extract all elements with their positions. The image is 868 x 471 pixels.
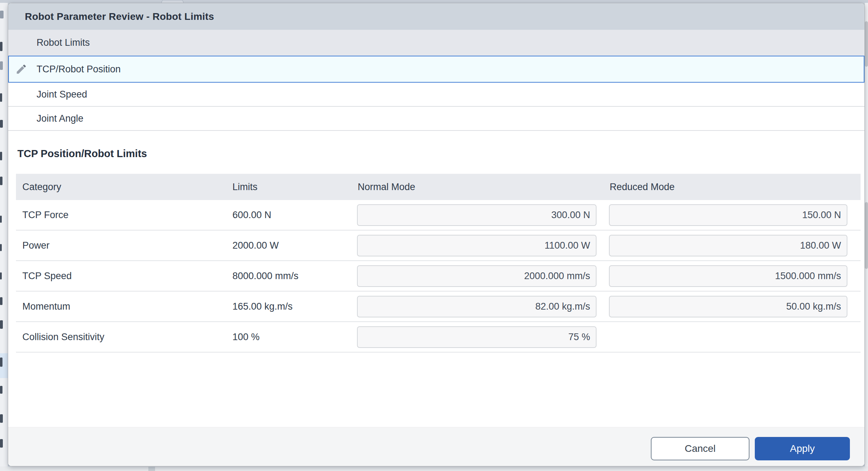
header-limits: Limits [232, 174, 258, 200]
background-left-strip [0, 3, 8, 466]
background-fragment [0, 11, 4, 18]
normal-mode-input[interactable] [357, 265, 597, 287]
robot-parameter-dialog: Robot Parameter Review - Robot Limits Ro… [8, 3, 865, 466]
dialog-titlebar: Robot Parameter Review - Robot Limits [8, 3, 864, 30]
reduced-mode-input[interactable] [609, 204, 847, 226]
section-title: TCP Position/Robot Limits [17, 148, 147, 160]
limits-table: Category Limits Normal Mode Reduced Mode… [16, 174, 861, 353]
nav-item-robot-limits[interactable]: Robot Limits [8, 30, 864, 56]
background-fragment [0, 93, 2, 102]
normal-mode-input[interactable] [357, 326, 597, 348]
background-bottom-fragment [148, 467, 155, 471]
background-fragment [0, 414, 3, 423]
scrollbar-thumb[interactable] [865, 21, 868, 67]
background-fragment [0, 42, 2, 51]
normal-mode-input[interactable] [357, 235, 597, 256]
reduced-mode-input[interactable] [609, 296, 847, 317]
background-fragment [0, 177, 2, 185]
reduced-mode-input[interactable] [609, 235, 847, 256]
nav-item-joint-speed[interactable]: Joint Speed [8, 83, 864, 107]
apply-button[interactable]: Apply [755, 437, 850, 460]
limit-cell: 8000.000 mm/s [232, 261, 298, 291]
header-normal-mode: Normal Mode [358, 174, 415, 200]
nav-item-label: TCP/Robot Position [37, 64, 121, 75]
background-window-tab [161, 0, 183, 3]
category-cell: Power [22, 231, 50, 260]
cancel-button[interactable]: Cancel [651, 437, 749, 460]
table-row-momentum: Momentum 165.00 kg.m/s [16, 292, 861, 322]
table-row-collision-sensitivity: Collision Sensitivity 100 % [16, 322, 861, 353]
scrollbar-thumb[interactable] [865, 202, 868, 269]
nav-item-joint-angle[interactable]: Joint Angle [8, 107, 864, 131]
screen: Robot Parameter Review - Robot Limits Ro… [0, 0, 868, 471]
nav-item-tcp-robot-position[interactable]: TCP/Robot Position [8, 56, 864, 83]
limit-cell: 2000.00 W [232, 231, 279, 260]
category-cell: TCP Speed [22, 261, 72, 291]
limit-cell: 600.00 N [232, 200, 271, 230]
background-fragment [0, 244, 2, 251]
category-cell: Collision Sensitivity [22, 322, 104, 352]
normal-mode-input[interactable] [357, 296, 597, 317]
background-fragment [0, 297, 2, 305]
background-scrollbar[interactable] [865, 3, 868, 466]
category-cell: Momentum [22, 292, 70, 321]
nav-item-label: Robot Limits [37, 37, 90, 48]
dialog-title: Robot Parameter Review - Robot Limits [25, 11, 214, 22]
table-row-tcp-force: TCP Force 600.00 N [16, 200, 861, 231]
category-cell: TCP Force [22, 200, 68, 230]
background-fragment [0, 439, 3, 448]
table-header: Category Limits Normal Mode Reduced Mode [16, 174, 861, 200]
nav-item-label: Joint Angle [37, 113, 83, 124]
dialog-footer: Cancel Apply [8, 427, 864, 466]
background-fragment [0, 272, 2, 279]
background-fragment [0, 216, 2, 223]
limit-cell: 165.00 kg.m/s [232, 292, 293, 321]
header-category: Category [22, 174, 61, 200]
reduced-mode-input[interactable] [609, 265, 847, 287]
background-bottom-strip [0, 466, 868, 471]
nav-item-label: Joint Speed [37, 89, 87, 100]
background-fragment [0, 120, 3, 128]
normal-mode-input[interactable] [357, 204, 597, 226]
background-fragment [0, 61, 3, 70]
table-row-tcp-speed: TCP Speed 8000.000 mm/s [16, 261, 861, 292]
background-fragment [0, 386, 2, 394]
header-reduced-mode: Reduced Mode [610, 174, 675, 200]
background-fragment [0, 358, 2, 367]
limit-cell: 100 % [232, 322, 260, 352]
background-fragment [0, 320, 3, 329]
table-row-power: Power 2000.00 W [16, 231, 861, 261]
background-fragment [0, 152, 2, 160]
pencil-icon [15, 63, 27, 75]
